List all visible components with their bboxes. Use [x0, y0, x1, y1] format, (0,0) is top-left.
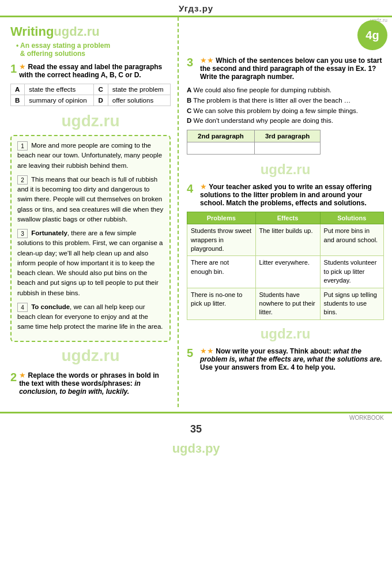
ex3-title: Which of the sentences below can you use… [200, 57, 382, 81]
ex5-title: Now write your essay. Think about: what … [200, 347, 382, 371]
exercise-5: 5 ★★ Now write your essay. Think about: … [187, 347, 384, 371]
label-C: C [94, 84, 108, 95]
watermark-mid-left: ugdz.ru [10, 347, 171, 365]
ex5-num: 5 [187, 347, 197, 360]
sentence-C: C We can solve this problem by doing a f… [187, 106, 384, 116]
problem-1: Students throw sweet wrappers in playgro… [187, 224, 256, 256]
ex3-num: 3 [187, 56, 197, 69]
label-A-text: state the effects [25, 84, 94, 95]
problem-2: There are not enough bin. [187, 256, 256, 288]
ex1-title: Read the essay and label the paragraphs … [19, 63, 162, 79]
workbook-label: WORKBOOK [349, 415, 384, 421]
table-row: Students throw sweet wrappers in playgro… [187, 224, 384, 256]
badge-label: 4g [365, 29, 379, 42]
sentence-A: A We could also fine people for dumping … [187, 85, 384, 96]
writing-header: Writingugdz.ru [10, 24, 171, 39]
left-column: Writingugdz.ru • An essay stating a prob… [0, 17, 179, 407]
effect-3: Students have nowhere to put their litte… [255, 288, 320, 319]
para-table-col1: 2nd paragraph [187, 130, 255, 142]
page-number: 35 [0, 422, 392, 439]
writing-watermark: ugdz.ru [54, 24, 99, 39]
solutions-header: Solutions [320, 212, 383, 224]
sentence-D-text: We don't understand why people are doing… [194, 117, 333, 124]
table-row: There are not enough bin. Litter everywh… [187, 256, 384, 288]
label-D-text: offer solutions [108, 95, 170, 106]
ex4-num: 4 [187, 182, 197, 195]
table-row: There is no-one to pick up litter. Stude… [187, 288, 384, 319]
sentence-B-text: The problem is that there is litter all … [193, 97, 350, 104]
para-num-2: 2 [17, 175, 28, 185]
ex2-content: ★ Replace the words or phrases in bold i… [19, 371, 171, 396]
site-title: Угдз.ру [179, 3, 213, 13]
label-D: D [94, 95, 108, 106]
chapter-badge: 4g [357, 20, 387, 50]
ex4-star: ★ [200, 182, 207, 191]
ex5-suffix: Use your answers from Ex. 4 to help you. [200, 363, 336, 371]
para-num-1: 1 [17, 141, 28, 151]
ex4-content: ★ Your teacher asked you to write an ess… [200, 182, 384, 207]
ex5-row: 5 ★★ Now write your essay. Think about: … [187, 347, 384, 371]
problems-header: Problems [187, 212, 256, 224]
label-B: B [11, 95, 25, 106]
exercise-4: 4 ★ Your teacher asked you to write an e… [187, 182, 384, 342]
watermark-right1: ugdz.ru [187, 161, 384, 178]
essay-para-3: 3 Fortunately, there are a few simple so… [17, 228, 164, 298]
para-3-text: , there are a few simple solutions to th… [17, 230, 163, 296]
ex1-star: ★ [19, 62, 26, 71]
essay-para-1: 1 More and more people are coming to the… [17, 141, 164, 171]
ex5-stars: ★★ [200, 347, 214, 355]
solution-1: Put more bins in and around school. [320, 224, 383, 256]
para-1-text: More and more people are coming to the b… [17, 142, 162, 169]
ex2-row: 2 ★ Replace the words or phrases in bold… [10, 371, 171, 396]
para-2-text: This means that our beach is full of rub… [17, 176, 163, 223]
footer-ugdz: ugdз.ру [0, 439, 392, 458]
subtitle-line2: & offering solutions [20, 50, 85, 58]
label-B-text: summary of opinion [25, 95, 94, 106]
ex2-num: 2 [10, 371, 17, 384]
badge-container: 4g ugdz.ru [346, 17, 392, 49]
exercise-3: 3 ★★ Which of the sentences below can yo… [187, 56, 384, 178]
exercise-1: 1 ★ Read the essay and label the paragra… [10, 62, 171, 365]
ex2-title: Replace the words or phrases in bold in … [19, 371, 159, 396]
ex1-num: 1 [10, 62, 17, 76]
footer-workbook: WORKBOOK [0, 413, 392, 422]
solution-2: Students volunteer to pick up litter eve… [320, 256, 383, 288]
right-column: 3 ★★ Which of the sentences below can yo… [179, 17, 392, 407]
problems-table: Problems Effects Solutions Students thro… [187, 212, 384, 320]
ex1-row: 1 ★ Read the essay and label the paragra… [10, 62, 171, 79]
para-table-cell1 [187, 142, 255, 155]
para-table-cell2 [254, 142, 320, 155]
label-A: A [11, 84, 25, 95]
essay-para-2: 2 This means that our beach is full of r… [17, 175, 164, 224]
sentence-D: D We don't understand why people are doi… [187, 116, 384, 126]
top-header: Угдз.ру [0, 0, 392, 17]
solution-3: Put signs up telling students to use bin… [320, 288, 383, 319]
exercise-2: 2 ★ Replace the words or phrases in bold… [10, 371, 171, 396]
essay-para-4: 4 To conclude, we can all help keep our … [17, 302, 164, 332]
ex3-row: 3 ★★ Which of the sentences below can yo… [187, 56, 384, 81]
essay-box: 1 More and more people are coming to the… [10, 135, 171, 342]
ex1-content: ★ Read the essay and label the paragraph… [19, 62, 171, 79]
writing-label: Writing [10, 24, 54, 39]
ex4-title: Your teacher asked you to write an essay… [200, 183, 372, 207]
effect-1: The litter builds up. [255, 224, 320, 256]
label-table: A state the effects C state the problem … [10, 84, 171, 106]
sentence-B: B The problem is that there is litter al… [187, 96, 384, 106]
para-table-col2: 3rd paragraph [254, 130, 320, 142]
ex3-sentences: A We could also fine people for dumping … [187, 85, 384, 126]
ex3-content: ★★ Which of the sentences below can you … [200, 56, 384, 81]
para-num-3: 3 [17, 229, 28, 238]
watermark-right2: ugdz.ru [187, 326, 384, 342]
paragraph-table: 2nd paragraph 3rd paragraph [187, 130, 321, 155]
writing-subtitle: • An essay stating a problem & offering … [10, 42, 171, 58]
effect-2: Litter everywhere. [255, 256, 320, 288]
effects-header: Effects [255, 212, 320, 224]
subtitle-line1: An essay stating a problem [20, 42, 110, 50]
para-num-4: 4 [17, 303, 28, 312]
ex2-star: ★ [19, 371, 26, 379]
label-C-text: state the problem [108, 84, 170, 95]
ex4-row: 4 ★ Your teacher asked you to write an e… [187, 182, 384, 207]
sentence-A-text: We could also fine people for dumping ru… [194, 86, 332, 93]
para-4-prefix: To conclude [31, 303, 70, 310]
watermark-top: ugdz.ru [10, 112, 171, 130]
